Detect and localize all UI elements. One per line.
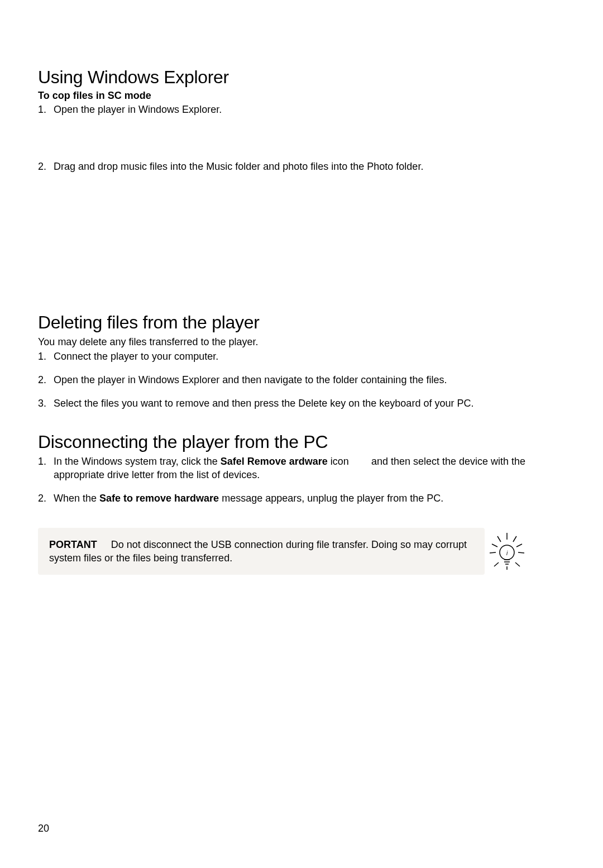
callout-label: PORTANT: [49, 539, 100, 550]
callout-important: PORTANT Do not disconnect the USB connec…: [38, 528, 485, 575]
step-text-mid: icon: [328, 456, 352, 467]
subheading-copy-files: To cop files in SC mode: [38, 90, 565, 102]
step-text-suffix: message appears, unplug the player from …: [219, 493, 443, 504]
svg-line-4: [497, 536, 501, 542]
step-list-section1: Open the player in Windows Explorer.: [38, 103, 565, 116]
svg-line-1: [513, 536, 516, 542]
callout-body: Do not disconnect the USB connection dur…: [49, 539, 467, 564]
step-list-section3: In the Windows system tray, click the Sa…: [38, 455, 565, 505]
svg-text:i: i: [506, 550, 508, 556]
svg-line-11: [494, 562, 499, 566]
list-item: Connect the player to your computer.: [38, 350, 565, 363]
list-item: In the Windows system tray, click the Sa…: [38, 455, 565, 482]
callout-text: PORTANT Do not disconnect the USB connec…: [49, 538, 468, 565]
svg-line-6: [490, 552, 496, 553]
svg-line-12: [515, 562, 520, 566]
svg-line-3: [518, 552, 524, 553]
list-item: Open the player in Windows Explorer and …: [38, 373, 565, 387]
intro-text-deleting: You may delete any files transferred to …: [38, 335, 565, 349]
section-heading-using-windows-explorer: Using Windows Explorer: [38, 67, 565, 88]
step-list-section2: Connect the player to your computer. Ope…: [38, 350, 565, 411]
svg-line-5: [492, 544, 497, 547]
svg-line-2: [516, 544, 522, 547]
step-list-section1-cont: Drag and drop music files into the Music…: [38, 160, 565, 173]
step-text-bold: Safe to remove hardware: [99, 493, 219, 504]
section-heading-deleting-files: Deleting files from the player: [38, 312, 565, 333]
section-heading-disconnecting: Disconnecting the player from the PC: [38, 432, 565, 452]
step-text-bold: Safel Remove ardware: [221, 456, 328, 467]
list-item: Open the player in Windows Explorer.: [38, 103, 565, 116]
step-text-prefix: When the: [54, 493, 99, 504]
list-item: When the Safe to remove hardware message…: [38, 492, 565, 505]
list-item: Select the files you want to remove and …: [38, 397, 565, 410]
step-text-prefix: In the Windows system tray, click the: [54, 456, 221, 467]
lightbulb-icon: i: [487, 532, 527, 571]
list-item: Drag and drop music files into the Music…: [38, 160, 565, 173]
page-number: 20: [38, 823, 49, 834]
